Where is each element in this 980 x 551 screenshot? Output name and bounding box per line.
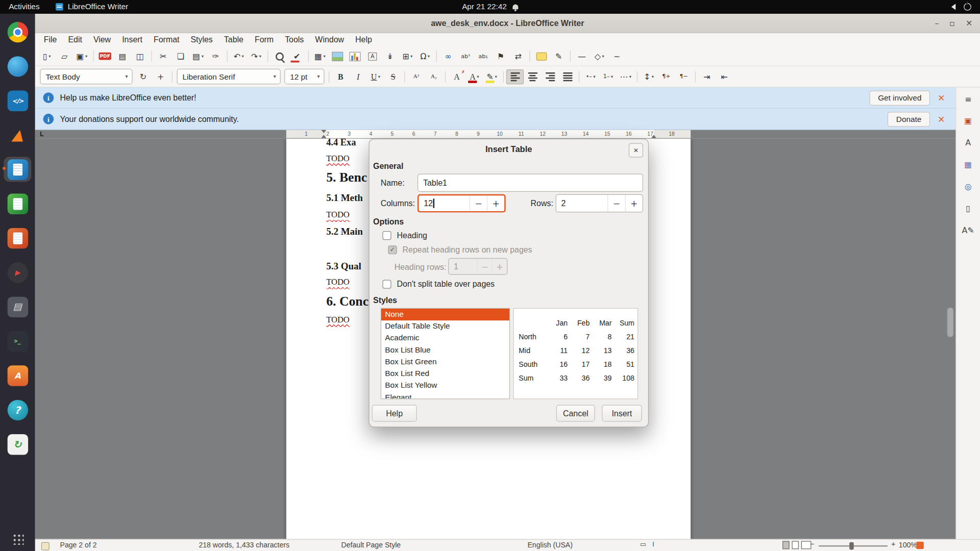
style-option-box-list-blue[interactable]: Box List Blue: [381, 344, 509, 356]
find-replace-button[interactable]: [271, 49, 288, 64]
clear-formatting-button[interactable]: A✗: [448, 69, 465, 84]
language-status[interactable]: English (USA): [527, 541, 572, 548]
update-style-button[interactable]: ↻: [134, 69, 152, 84]
zoom-in-icon[interactable]: +: [891, 540, 895, 548]
chevron-down-icon[interactable]: ▾: [602, 54, 604, 59]
redo-button[interactable]: ↷▾: [248, 49, 265, 64]
page-deck-icon[interactable]: ▯: [961, 201, 975, 215]
insert-mode-icon[interactable]: I: [652, 541, 654, 547]
dock-item-thunderbird[interactable]: [4, 54, 31, 79]
columns-spinner[interactable]: 12 − +: [418, 194, 506, 213]
open-button[interactable]: ▱: [56, 49, 73, 64]
page-number-status[interactable]: Page 2 of 2: [60, 541, 97, 548]
justify-button[interactable]: [559, 69, 576, 84]
undo-button[interactable]: ↶▾: [230, 49, 248, 64]
print-button[interactable]: ▤: [114, 49, 131, 64]
chevron-down-icon[interactable]: ▾: [477, 74, 479, 79]
chevron-down-icon[interactable]: ▾: [593, 74, 595, 79]
power-icon[interactable]: [964, 3, 971, 11]
activities-button[interactable]: Activities: [9, 3, 39, 11]
table-name-input[interactable]: Table1: [418, 173, 643, 192]
style-option-academic[interactable]: Academic: [381, 332, 509, 344]
style-option-none[interactable]: None: [381, 309, 509, 320]
insert-cross-reference-button[interactable]: ⇄: [509, 49, 527, 64]
save-button[interactable]: ▣▾: [73, 49, 90, 64]
insert-chart-button[interactable]: [346, 49, 363, 64]
dock-item-green-app[interactable]: ↻: [4, 432, 31, 457]
menu-format[interactable]: Format: [148, 33, 185, 47]
dont-split-checkbox[interactable]: Don't split table over pages: [382, 279, 495, 288]
align-left-button[interactable]: [506, 69, 524, 84]
close-window-button[interactable]: ✕: [966, 18, 972, 28]
zoom-percentage[interactable]: 100%: [899, 541, 917, 548]
sidebar-settings-icon[interactable]: ≡: [961, 92, 975, 106]
window-titlebar[interactable]: awe_desk_env.docx - LibreOffice Writer –…: [35, 14, 980, 33]
chevron-down-icon[interactable]: ▾: [313, 69, 324, 84]
copy-button[interactable]: ❏: [172, 49, 189, 64]
minimize-window-button[interactable]: –: [935, 18, 939, 28]
track-changes-button[interactable]: ✎: [550, 49, 568, 64]
dock-item-files[interactable]: ▤: [4, 294, 31, 319]
chevron-down-icon[interactable]: ▾: [410, 54, 412, 59]
chevron-down-icon[interactable]: ▾: [121, 69, 132, 84]
menu-help[interactable]: Help: [350, 33, 378, 47]
cut-button[interactable]: ✂: [154, 49, 172, 64]
chevron-down-icon[interactable]: ▾: [270, 69, 280, 84]
chevron-down-icon[interactable]: ▾: [202, 54, 204, 59]
menu-tools[interactable]: Tools: [279, 33, 309, 47]
system-status-area[interactable]: [948, 3, 980, 11]
menu-form[interactable]: Form: [249, 33, 279, 47]
show-applications-icon[interactable]: [12, 533, 23, 544]
help-button[interactable]: Help: [372, 405, 417, 421]
get-involved-button[interactable]: Get involved: [869, 90, 930, 105]
style-inspector-deck-icon[interactable]: A✎: [961, 223, 975, 237]
dock-item-vscode[interactable]: </>: [4, 88, 31, 113]
italic-button[interactable]: I: [349, 69, 366, 84]
donate-button[interactable]: Donate: [888, 112, 930, 127]
menu-table[interactable]: Table: [218, 33, 249, 47]
dock-item-vlc[interactable]: ▲: [4, 122, 31, 147]
decrease-paragraph-spacing-button[interactable]: ¶−: [675, 69, 692, 84]
insert-bookmark-button[interactable]: ⚑: [492, 49, 509, 64]
menu-file[interactable]: File: [38, 33, 63, 47]
menu-insert[interactable]: Insert: [116, 33, 148, 47]
styles-deck-icon[interactable]: A: [961, 136, 975, 149]
zoom-slider-thumb[interactable]: [849, 542, 854, 550]
insert-comment-button[interactable]: [532, 49, 550, 64]
strikethrough-button[interactable]: S: [384, 69, 402, 84]
unordered-list-button[interactable]: •–▾: [582, 69, 599, 84]
insert-table-button[interactable]: ▦▾: [311, 49, 329, 64]
insert-button[interactable]: Insert: [602, 405, 642, 421]
dock-item-help[interactable]: ?: [4, 397, 31, 422]
dock-item-writer[interactable]: [4, 157, 31, 182]
subscript-button[interactable]: A₂: [425, 69, 443, 84]
table-style-listbox[interactable]: NoneDefault Table StyleAcademicBox List …: [381, 308, 510, 399]
chevron-down-icon[interactable]: ▾: [48, 54, 51, 59]
chevron-down-icon[interactable]: ▾: [652, 74, 654, 79]
outline-list-button[interactable]: ⋯▾: [617, 69, 634, 84]
align-right-button[interactable]: [541, 69, 558, 84]
page-break-button[interactable]: ↡: [381, 49, 399, 64]
increase-indent-button[interactable]: ⇥: [698, 69, 716, 84]
style-option-default-table-style[interactable]: Default Table Style: [381, 320, 509, 332]
save-status-icon[interactable]: [41, 542, 50, 550]
increase-paragraph-spacing-button[interactable]: ¶+: [657, 69, 675, 84]
chevron-down-icon[interactable]: ▾: [428, 54, 430, 59]
page-style-status[interactable]: Default Page Style: [341, 541, 401, 548]
dock-item-impress[interactable]: [4, 226, 31, 251]
print-preview-button[interactable]: ◫: [131, 49, 149, 64]
focused-app-indicator[interactable]: LibreOffice Writer: [56, 3, 128, 11]
horizontal-line-button[interactable]: —: [573, 49, 591, 64]
superscript-button[interactable]: A²: [407, 69, 425, 84]
zoom-out-icon[interactable]: −: [810, 540, 814, 548]
paste-button[interactable]: ▤▾: [189, 49, 207, 64]
rows-decrease-button[interactable]: −: [607, 195, 625, 212]
cancel-button[interactable]: Cancel: [556, 405, 595, 421]
dialog-close-icon[interactable]: ✕: [629, 143, 643, 157]
insert-endnote-button[interactable]: ab₁: [474, 49, 492, 64]
style-option-box-list-green[interactable]: Box List Green: [381, 356, 509, 368]
gallery-deck-icon[interactable]: ▦: [961, 158, 975, 171]
font-size-combobox[interactable]: 12 pt▾: [284, 69, 324, 85]
chevron-down-icon[interactable]: ▾: [378, 74, 380, 79]
chevron-down-icon[interactable]: ▾: [241, 54, 243, 59]
